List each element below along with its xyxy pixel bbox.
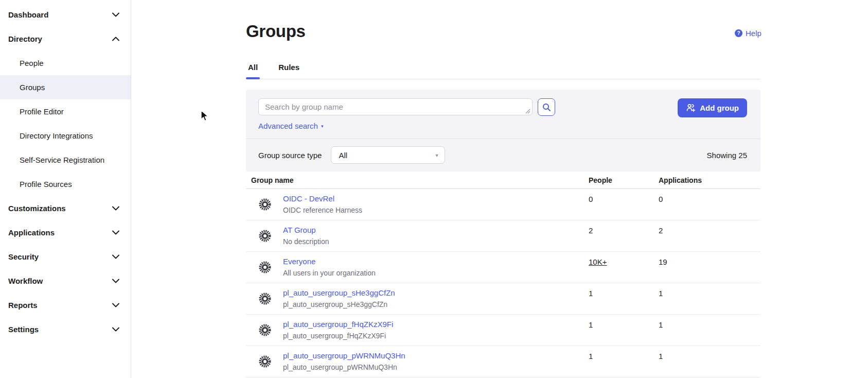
- sidebar-item-profile-editor[interactable]: Profile Editor: [0, 99, 131, 124]
- group-icon: [258, 198, 272, 211]
- add-group-icon: [686, 104, 696, 112]
- sidebar-item-settings[interactable]: Settings: [0, 317, 131, 341]
- sidebar-item-customizations[interactable]: Customizations: [0, 196, 131, 220]
- table-row: pl_auto_usergroup_fHqZKzX9Fi pl_auto_use…: [246, 315, 760, 346]
- sidebar-item-label: Customizations: [8, 204, 66, 213]
- group-description: OIDC reference Harness: [283, 206, 362, 214]
- sidebar-item-label: Settings: [8, 325, 39, 334]
- select-value: All: [339, 151, 347, 160]
- group-icon: [258, 229, 272, 243]
- sidebar-item-label: Reports: [8, 301, 38, 310]
- people-count-link[interactable]: 10K+: [589, 257, 607, 266]
- sidebar-item-applications[interactable]: Applications: [0, 220, 131, 245]
- sidebar-item-groups[interactable]: Groups: [0, 75, 131, 99]
- people-count: 0: [589, 195, 593, 203]
- table-row: OIDC - DevRel OIDC reference Harness 0 0: [246, 189, 760, 220]
- sidebar-item-label: Self-Service Registration: [20, 156, 104, 164]
- group-icon: [258, 261, 272, 274]
- chevron-down-icon: [112, 254, 119, 259]
- sidebar-item-label: Applications: [8, 228, 55, 237]
- people-count: 1: [589, 289, 593, 298]
- sidebar-item-label: Workflow: [8, 277, 43, 285]
- sidebar-item-label: Directory Integrations: [20, 131, 93, 140]
- sidebar-item-reports[interactable]: Reports: [0, 293, 131, 317]
- sidebar-item-profile-sources[interactable]: Profile Sources: [0, 172, 131, 196]
- chevron-down-icon: [112, 279, 119, 283]
- sidebar-item-directory[interactable]: Directory: [0, 27, 131, 51]
- applications-count: 0: [659, 195, 663, 203]
- people-count: 2: [589, 226, 593, 235]
- chevron-up-icon: [112, 37, 119, 41]
- group-description: pl_auto_usergroup_sHe3ggCfZn: [283, 300, 387, 308]
- applications-count: 1: [659, 320, 663, 329]
- sidebar-item-label: Security: [8, 252, 39, 261]
- group-name-link[interactable]: pl_auto_usergroup_pWRNMuQ3Hn: [283, 351, 405, 360]
- advanced-search-link[interactable]: Advanced search ▾: [258, 122, 323, 130]
- column-header-people: People: [589, 176, 612, 184]
- tab-rules[interactable]: Rules: [276, 60, 302, 79]
- add-group-label: Add group: [700, 104, 739, 112]
- group-name-link[interactable]: AT Group: [283, 226, 316, 234]
- group-name-link[interactable]: OIDC - DevRel: [283, 194, 334, 203]
- filter-row: Group source type All ▾ Showing 25: [246, 139, 760, 171]
- add-group-button[interactable]: Add group: [678, 98, 747, 117]
- sidebar-item-label: Directory: [8, 35, 42, 43]
- sidebar-item-people[interactable]: People: [0, 51, 131, 75]
- groups-table: Group name People Applications OIDC - De…: [246, 171, 760, 377]
- sidebar-item-label: Profile Editor: [20, 107, 64, 116]
- group-description: All users in your organization: [283, 269, 376, 277]
- caret-down-icon: ▾: [435, 152, 438, 158]
- table-row: Everyone All users in your organization …: [246, 252, 760, 283]
- applications-count: 1: [659, 289, 663, 298]
- sidebar-item-directory-integrations[interactable]: Directory Integrations: [0, 124, 131, 148]
- group-source-type-label: Group source type: [258, 151, 322, 160]
- help-icon: ?: [735, 29, 742, 37]
- sidebar-item-workflow[interactable]: Workflow: [0, 269, 131, 293]
- search-icon: [542, 103, 551, 112]
- sidebar-item-label: Profile Sources: [20, 180, 72, 188]
- group-icon: [258, 292, 272, 305]
- applications-count: 1: [659, 352, 663, 360]
- group-name-link[interactable]: Everyone: [283, 257, 315, 266]
- group-icon: [258, 355, 272, 368]
- group-source-type-select[interactable]: All ▾: [331, 146, 445, 164]
- page-title: Groups: [246, 22, 306, 41]
- table-row: pl_auto_usergroup_pWRNMuQ3Hn pl_auto_use…: [246, 346, 760, 377]
- group-name-link[interactable]: pl_auto_usergroup_fHqZKzX9Fi: [283, 320, 393, 329]
- group-icon: [258, 323, 272, 337]
- applications-count: 2: [659, 226, 663, 235]
- tab-all[interactable]: All: [246, 60, 260, 79]
- sidebar-item-dashboard[interactable]: Dashboard: [0, 3, 131, 27]
- table-row: AT Group No description 2 2: [246, 220, 760, 252]
- people-count: 1: [589, 320, 593, 329]
- sidebar-item-label: Dashboard: [8, 10, 48, 19]
- group-description: No description: [283, 237, 329, 246]
- group-description: pl_auto_usergroup_fHqZKzX9Fi: [283, 332, 386, 340]
- showing-count: Showing 25: [707, 151, 747, 160]
- people-count: 1: [589, 352, 593, 360]
- sidebar-item-label: People: [20, 59, 44, 67]
- sidebar: Dashboard Directory People Groups Profil…: [0, 0, 131, 378]
- help-link[interactable]: ? Help: [735, 29, 761, 38]
- chevron-down-icon: [112, 303, 119, 307]
- help-label: Help: [746, 29, 761, 38]
- chevron-down-icon: [112, 230, 119, 235]
- chevron-down-icon: [112, 327, 119, 332]
- table-row: pl_auto_usergroup_sHe3ggCfZn pl_auto_use…: [246, 283, 760, 315]
- search-button[interactable]: [538, 98, 555, 116]
- table-header: Group name People Applications: [246, 171, 760, 189]
- advanced-search-label: Advanced search: [258, 122, 318, 130]
- tab-bar: All Rules: [246, 60, 760, 79]
- column-header-applications: Applications: [659, 176, 702, 184]
- search-panel: Add group Advanced search ▾ Group source…: [246, 90, 760, 171]
- sidebar-item-self-service-registration[interactable]: Self-Service Registration: [0, 148, 131, 172]
- sidebar-item-security[interactable]: Security: [0, 245, 131, 269]
- group-name-link[interactable]: pl_auto_usergroup_sHe3ggCfZn: [283, 288, 395, 297]
- group-description: pl_auto_usergroup_pWRNMuQ3Hn: [283, 363, 397, 371]
- column-header-group-name: Group name: [251, 176, 293, 184]
- mouse-cursor: [200, 110, 210, 123]
- sidebar-item-label: Groups: [20, 83, 45, 92]
- applications-count: 19: [659, 257, 667, 266]
- chevron-down-icon: [112, 206, 119, 211]
- search-input[interactable]: [258, 98, 533, 115]
